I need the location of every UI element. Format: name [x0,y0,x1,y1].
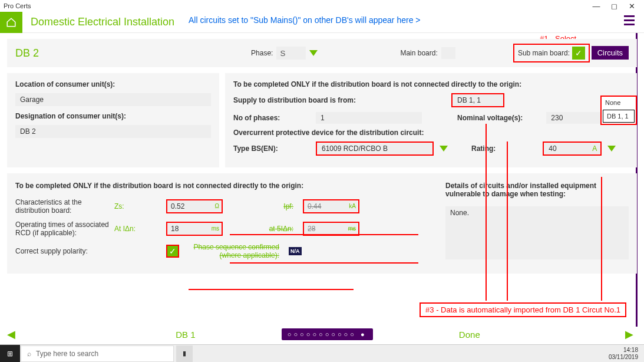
phaseseq-label: Phase sequence confirmed (where applicab… [184,243,284,259]
annotation-3: #3 - Data is automatically imported from… [420,302,626,317]
page-indicator[interactable]: ○○○○○○○○○○○ ● [282,328,373,340]
char-heading: To be completed ONLY if the distribution… [15,182,434,190]
window-title: Pro Certs [4,2,31,9]
taskbar-search[interactable]: ⌕ Type here to search [21,345,174,362]
app-title: Domestic Electrical Installation [31,16,174,28]
minimize-icon[interactable]: — [587,2,605,11]
atidn-field[interactable]: 18ms [166,222,223,236]
db-toolbar: DB 2 Phase: Main board: Sub main board: … [7,39,637,67]
app-header: Domestic Electrical Installation All cir… [0,12,644,33]
location-label: Location of consumer unit(s): [15,80,211,88]
ipf-label: Ipf: [227,202,298,210]
sub-main-board-checkbox[interactable]: ✓ [572,47,585,60]
designation-label: Designation of consumer unit(s): [15,112,211,120]
footer-nav: ◀ DB 1 ○○○○○○○○○○○ ● Done ▶ [7,324,637,344]
sub-main-board-label: Sub main board: [518,49,570,57]
start-button[interactable]: ⊞ [0,345,20,363]
type-field[interactable]: 61009 RCD/RCBO B [316,141,434,156]
done-button[interactable]: Done [459,330,480,340]
ipf-field[interactable]: 0.44kA [303,199,359,213]
char-label: Characteristics at the distribution boar… [15,198,110,215]
dist-heading: To be completed ONLY if the distribution… [233,80,629,88]
circuits-button[interactable]: Circuits [592,46,629,60]
circuit-dropdown[interactable]: None DB 1, 1 [600,96,637,125]
rcd-label: Operating times of associated RCD (if ap… [15,221,110,237]
chevron-down-icon[interactable] [440,146,448,152]
type-label: Type BS(EN): [233,144,310,153]
main-board-label: Main board: [400,49,437,57]
phase-label: Phase: [251,49,273,57]
location-field[interactable]: Garage [15,93,211,106]
zs-label: Zs: [114,202,161,210]
supply-field[interactable]: DB 1, 1 [451,93,504,107]
taskbar: ⊞ ⌕ Type here to search ▮ 14:18 03/11/20… [0,344,644,362]
rating-unit: A [592,144,597,153]
clock-time: 14:18 [609,347,638,354]
window-titlebar: Pro Certs — ◻ ✕ [0,0,644,12]
zs-field[interactable]: 0.52Ω [166,199,223,213]
atidn-label: At IΔn: [114,225,161,233]
at5idn-field[interactable]: 28ms [303,222,359,236]
search-icon: ⌕ [27,350,31,358]
chevron-down-icon[interactable] [309,50,318,56]
rating-label: Rating: [471,144,496,153]
clock-date: 03/11/2019 [609,354,638,361]
ocpd-label: Overcurrent protective device for the di… [233,129,629,137]
maximize-icon[interactable]: ◻ [605,2,623,11]
circuit-option-db11[interactable]: DB 1, 1 [603,110,635,123]
phases-label: No of phases: [233,114,310,122]
sub-main-board-group: Sub main board: ✓ [513,44,590,62]
taskbar-app-icon[interactable]: ▮ [176,345,193,362]
at5idn-label: at 5IΔn: [227,225,298,233]
consumer-unit-panel: Location of consumer unit(s): Garage Des… [7,73,219,167]
distribution-panel: To be completed ONLY if the distribution… [225,73,637,167]
details-field[interactable]: None. [445,206,629,259]
supply-label: Supply to distribution board is from: [233,96,357,104]
nomv-field[interactable]: 230 [546,112,605,124]
circuit-option-none[interactable]: None [602,97,636,108]
main-board-checkbox[interactable] [441,47,455,59]
system-tray[interactable]: 14:18 03/11/2019 [609,347,644,361]
prev-arrow-icon[interactable]: ◀ [7,328,19,341]
annotation-top: All circuits set to "Sub Mains()" on oth… [189,15,421,25]
chevron-down-icon[interactable] [607,146,616,152]
db-name: DB 2 [15,47,39,60]
close-icon[interactable]: ✕ [623,2,640,11]
characteristics-panel: To be completed ONLY if the distribution… [7,173,637,274]
details-label: Details of circuits and/or installed equ… [445,182,629,198]
next-arrow-icon[interactable]: ▶ [625,328,637,341]
nomv-label: Nominal voltage(s): [457,114,523,122]
polarity-checkbox[interactable]: ✓ [166,245,179,258]
phases-field[interactable]: 1 [316,112,422,124]
polarity-label: Correct supply polarity: [15,247,110,255]
search-placeholder: Type here to search [36,350,98,358]
prev-db[interactable]: DB 1 [176,330,195,340]
designation-field[interactable]: DB 2 [15,125,211,138]
na-badge[interactable]: N/A [289,247,302,255]
home-icon [6,17,16,28]
rating-field[interactable]: 40 A [543,141,602,156]
menu-button[interactable] [624,15,635,25]
phase-select[interactable] [276,47,306,60]
home-button[interactable] [0,12,22,33]
